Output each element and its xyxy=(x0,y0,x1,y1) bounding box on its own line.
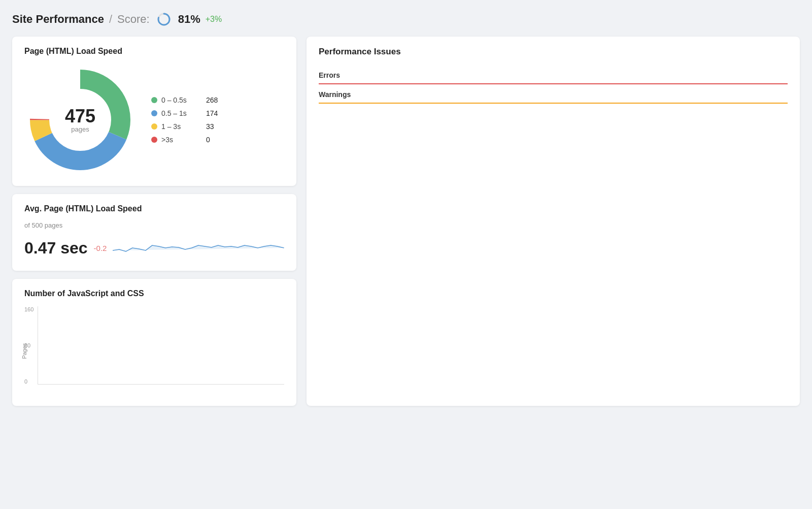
legend-range: 1 – 3s xyxy=(161,122,202,131)
load-speed-title: Page (HTML) Load Speed xyxy=(24,47,284,56)
donut-unit: pages xyxy=(65,125,95,133)
donut-section: 475 pages 0 – 0.5s 268 0.5 – 1s 174 1 – … xyxy=(24,64,284,176)
legend-range: >3s xyxy=(161,136,202,144)
score-circle-icon xyxy=(157,12,171,26)
legend-dot xyxy=(151,97,157,103)
legend-count: 33 xyxy=(206,122,214,131)
bar-chart-wrap: 160 80 0 Pages xyxy=(24,306,284,396)
score-value: 81% xyxy=(178,13,200,26)
legend-item: >3s 0 xyxy=(151,136,218,144)
errors-label: Errors xyxy=(307,65,800,83)
score-label: Score: xyxy=(117,13,150,26)
bar-chart-inner xyxy=(38,306,284,385)
legend-count: 174 xyxy=(206,109,218,117)
js-css-title: Number of JavaScript and CSS xyxy=(24,289,284,298)
avg-speed-card: Avg. Page (HTML) Load Speed of 500 pages… xyxy=(12,194,296,271)
legend-item: 1 – 3s 33 xyxy=(151,122,218,131)
bar-x-labels xyxy=(38,385,284,387)
bar-chart-area: Pages xyxy=(38,306,284,396)
score-delta: +3% xyxy=(206,15,222,24)
avg-speed-delta: -0.2 xyxy=(94,244,107,252)
legend-dot xyxy=(151,123,157,130)
donut-center: 475 pages xyxy=(65,107,95,133)
donut-chart: 475 pages xyxy=(24,64,136,176)
sparkline xyxy=(113,235,284,261)
sparkline-svg xyxy=(113,235,284,261)
page-title: Site Performance xyxy=(12,13,104,26)
legend-item: 0 – 0.5s 268 xyxy=(151,96,218,104)
page-header: Site Performance / Score: 81% +3% xyxy=(12,12,800,26)
y-axis-title: Pages xyxy=(21,343,27,359)
y-label-160: 160 xyxy=(24,306,33,312)
left-column: Page (HTML) Load Speed 475 xyxy=(12,37,296,406)
main-grid: Page (HTML) Load Speed 475 xyxy=(12,37,800,406)
avg-speed-row: 0.47 sec -0.2 xyxy=(24,235,284,261)
warnings-divider xyxy=(319,103,788,104)
performance-issues-card: Performance Issues Errors Warnings xyxy=(307,37,800,406)
legend-range: 0 – 0.5s xyxy=(161,96,202,104)
legend-dot xyxy=(151,110,157,116)
performance-issues-title: Performance Issues xyxy=(307,37,800,65)
avg-speed-title: Avg. Page (HTML) Load Speed xyxy=(24,204,284,213)
avg-speed-value: 0.47 sec xyxy=(24,239,88,258)
load-speed-card: Page (HTML) Load Speed 475 xyxy=(12,37,296,186)
legend-count: 0 xyxy=(206,136,210,144)
avg-speed-subtitle: of 500 pages xyxy=(24,221,284,229)
js-css-card: Number of JavaScript and CSS 160 80 0 Pa… xyxy=(12,279,296,406)
y-label-0: 0 xyxy=(24,378,33,385)
donut-total: 475 xyxy=(65,107,95,125)
legend-dot xyxy=(151,137,157,143)
donut-legend: 0 – 0.5s 268 0.5 – 1s 174 1 – 3s 33 >3s … xyxy=(151,96,218,144)
legend-item: 0.5 – 1s 174 xyxy=(151,109,218,117)
legend-range: 0.5 – 1s xyxy=(161,109,202,117)
title-separator: / xyxy=(109,13,112,26)
legend-count: 268 xyxy=(206,96,218,104)
warnings-label: Warnings xyxy=(307,84,800,103)
